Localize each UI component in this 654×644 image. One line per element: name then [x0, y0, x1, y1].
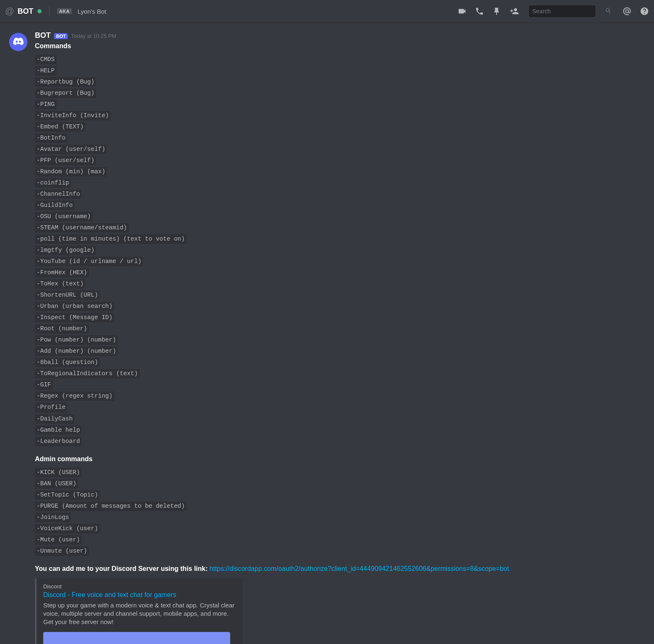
invite-line: You can add me to your Discord Server us… [35, 565, 645, 573]
search-box[interactable] [529, 5, 595, 17]
command-item: -Pow (number) (number) [35, 335, 118, 345]
embed-title[interactable]: Discord - Free voice and text chat for g… [43, 591, 236, 599]
channel-name: BOT [17, 7, 33, 16]
command-item: -SetTopic (Topic) [35, 490, 100, 500]
command-item: -InviteInfo (Invite) [35, 111, 111, 120]
embed-provider: Discord [43, 583, 236, 590]
command-item: -HELP [35, 66, 57, 76]
command-item: -OSU (username) [35, 212, 93, 221]
command-item: -CMDS [35, 55, 57, 64]
add-friend-icon[interactable] [510, 7, 519, 16]
commands-title: Commands [35, 42, 645, 50]
mentions-icon[interactable] [622, 7, 632, 16]
command-item: -GIF [35, 380, 53, 390]
command-item: -ToHex (text) [35, 279, 85, 289]
command-item: -Reportbug (Bug) [35, 77, 96, 87]
command-item: -ShortenURL (URL) [35, 290, 100, 300]
command-item: -Root (number) [35, 324, 89, 334]
command-item: -VoiceKick (user) [35, 524, 100, 533]
invite-label: You can add me to your Discord Server us… [35, 565, 209, 572]
command-item: -Leaderboard [35, 437, 81, 446]
status-online-icon [37, 9, 42, 13]
help-icon[interactable] [640, 7, 649, 16]
embed-description: Step up your game with a modern voice & … [43, 601, 236, 627]
command-item: -Mute (user) [35, 535, 81, 545]
command-item: -Avatar (user/self) [35, 145, 107, 154]
invite-link[interactable]: https://discordapp.com/oauth2/authorize?… [209, 565, 509, 572]
command-item: -BAN (USER) [35, 479, 78, 489]
command-item: -poll (time in minutes) (text to vote on… [35, 234, 187, 244]
command-item: -BotInfo [35, 133, 67, 143]
command-item: -coinflip [35, 178, 71, 188]
search-input[interactable] [532, 8, 605, 15]
command-item: -Inspect (Message ID) [35, 313, 114, 322]
command-item: -Add (number) (number) [35, 347, 118, 356]
command-item: -YouTube (id / urlname / url) [35, 257, 143, 266]
divider [610, 7, 610, 16]
voice-call-icon[interactable] [475, 7, 484, 16]
commands-list: -CMDS-HELP-Reportbug (Bug)-Bugreport (Bu… [35, 55, 645, 448]
embed-image: DISCORD [43, 632, 230, 644]
aka-badge: AKA [57, 8, 71, 14]
command-item: -PING [35, 100, 57, 109]
command-item: -Random (min) (max) [35, 167, 107, 177]
command-item: -JoinLogs [35, 513, 71, 522]
command-item: -PFP (user/self) [35, 156, 96, 165]
command-item: -Gamble help [35, 425, 81, 435]
divider [49, 7, 49, 16]
command-item: -Urban (urban search) [35, 302, 114, 311]
command-item: -Bugreport (Bug) [35, 88, 96, 98]
admin-commands-list: -KICK (USER)-BAN (USER)-SetTopic (Topic)… [35, 468, 645, 558]
username[interactable]: BOT [35, 31, 51, 40]
at-icon: @ [5, 6, 14, 17]
admin-commands-title: Admin commands [35, 455, 645, 463]
link-embed-card[interactable]: Discord Discord - Free voice and text ch… [35, 578, 243, 644]
command-item: -Embed (TEXT) [35, 122, 85, 132]
command-item: -DailyCash [35, 414, 74, 424]
command-item: -Profile [35, 403, 67, 412]
channel-topic: Lyon's Bot [78, 8, 106, 15]
command-item: -GuildInfo [35, 201, 74, 210]
command-item: -8ball (question) [35, 358, 100, 367]
channel-header: @ BOT AKA Lyon's Bot [5, 6, 457, 17]
bot-tag: BOT [54, 33, 68, 39]
command-item: -PURGE (Amount of messages to be deleted… [35, 501, 187, 511]
video-call-icon[interactable] [457, 7, 467, 16]
command-item: -ToRegionalIndicators (text) [35, 369, 140, 379]
timestamp: Today at 10:25 PM [71, 33, 116, 39]
topbar: @ BOT AKA Lyon's Bot [0, 0, 654, 23]
toolbar [457, 5, 649, 17]
message-header: BOT BOT Today at 10:25 PM [35, 31, 645, 40]
search-icon [605, 7, 612, 15]
command-item: -KICK (USER) [35, 468, 81, 477]
command-item: -STEAM (username/steamid) [35, 223, 129, 233]
command-item: -Regex (regex string) [35, 391, 114, 401]
command-item: -Unmute (user) [35, 546, 89, 556]
command-item: -FromHex (HEX) [35, 268, 89, 278]
command-item: -ChannelInfo [35, 189, 81, 199]
pin-icon[interactable] [492, 7, 502, 16]
command-item: -lmgtfy (google) [35, 246, 96, 255]
message-area: BOT BOT Today at 10:25 PM Commands -CMDS… [0, 23, 654, 644]
message: BOT BOT Today at 10:25 PM Commands -CMDS… [35, 31, 645, 644]
avatar[interactable] [9, 33, 27, 51]
discord-logo-icon [12, 36, 24, 48]
